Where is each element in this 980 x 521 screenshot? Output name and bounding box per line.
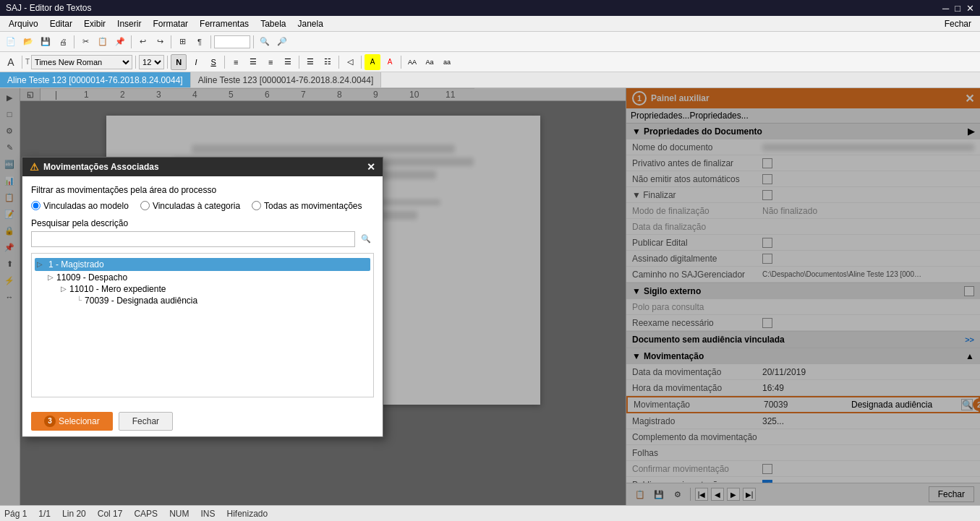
title-bar-controls: ─ □ ✕ <box>942 3 974 14</box>
status-line: Lin 20 <box>62 509 86 519</box>
status-caps: CAPS <box>134 509 158 519</box>
open-btn[interactable]: 📂 <box>20 34 36 50</box>
align-right-btn[interactable]: ≡ <box>263 54 278 70</box>
font-label: T <box>25 58 30 66</box>
minimize-button[interactable]: ─ <box>942 3 949 14</box>
underline-btn[interactable]: S <box>205 54 221 70</box>
app-title: SAJ - Editor de Textos <box>6 3 92 13</box>
radio-todas-input[interactable] <box>252 201 261 210</box>
tree-line-icon: └ <box>77 296 82 304</box>
maximize-button[interactable]: □ <box>955 3 960 14</box>
list-btn[interactable]: ☰ <box>302 54 318 70</box>
italic-btn[interactable]: I <box>188 54 204 70</box>
search-input[interactable] <box>31 231 355 247</box>
print-btn[interactable]: 🖨 <box>55 34 71 50</box>
menu-editar[interactable]: Editar <box>44 17 78 30</box>
sep3 <box>171 35 171 48</box>
menu-fechar[interactable]: Fechar <box>939 17 977 30</box>
node-11010-label: 11010 - Mero expediente <box>69 284 166 294</box>
modal-title-bar: ⚠ Movimentações Associadas ✕ <box>22 158 383 176</box>
status-page: Pág 1 <box>4 509 27 519</box>
align-justify-btn[interactable]: ☰ <box>280 54 296 70</box>
caps2-btn[interactable]: Aa <box>422 54 438 70</box>
zoom-input[interactable]: 100% <box>214 35 250 48</box>
toggle-11010[interactable]: ▷ <box>61 285 67 293</box>
num-list-btn[interactable]: ☷ <box>320 54 336 70</box>
tab-2-label: Aline Teste 123 [0000014-76.2018.8.24.00… <box>198 75 374 85</box>
tab-1[interactable]: Aline Teste 123 [0000014-76.2018.8.24.00… <box>0 72 191 87</box>
menu-ferramentas[interactable]: Ferramentas <box>194 17 255 30</box>
search2-btn[interactable]: 🔎 <box>274 34 290 50</box>
font-size-select[interactable]: 12 <box>139 55 164 69</box>
save-btn[interactable]: 💾 <box>38 34 54 50</box>
sep-f6 <box>338 56 339 69</box>
undo-btn[interactable]: ↩ <box>135 34 150 50</box>
select-badge: 3 <box>44 415 56 427</box>
sep-f8 <box>401 56 401 69</box>
caps3-btn[interactable]: aa <box>439 54 455 70</box>
modal-footer: 3 Selecionar Fechar <box>22 406 383 436</box>
close-window-button[interactable]: ✕ <box>966 3 974 14</box>
radio-categoria-input[interactable] <box>140 201 150 210</box>
radio-todas-label: Todas as movimentações <box>264 201 362 211</box>
status-col: Col 17 <box>98 509 123 519</box>
menu-inserir[interactable]: Inserir <box>111 17 147 30</box>
menu-exibir[interactable]: Exibir <box>78 17 111 30</box>
tree-node-1-content[interactable]: ▷ 1 - Magistrado <box>35 258 370 271</box>
status-bar: Pág 1 1/1 Lin 20 Col 17 CAPS NUM INS Hif… <box>0 505 980 521</box>
modal-close-button[interactable]: Fechar <box>119 412 173 431</box>
caps-btn[interactable]: AA <box>404 54 420 70</box>
table-btn[interactable]: ⊞ <box>174 34 190 50</box>
search-go-btn[interactable]: 🔍 <box>358 231 374 247</box>
tree-node-11010[interactable]: ▷ 11010 - Mero expediente └ 70039 - <box>61 283 370 309</box>
radio-group: Vinculadas ao modelo Vinculadas à catego… <box>31 201 374 211</box>
tree-node-11009[interactable]: ▷ 11009 - Despacho ▷ 11010 - Mero expedi… <box>48 271 370 310</box>
radio-todas[interactable]: Todas as movimentações <box>252 201 362 211</box>
radio-vinculadas-modelo[interactable]: Vinculadas ao modelo <box>31 201 129 211</box>
select-button[interactable]: 3 Selecionar <box>31 412 113 431</box>
sep1 <box>74 35 74 48</box>
search-btn[interactable]: 🔍 <box>257 34 273 50</box>
tree-node-11010-content[interactable]: ▷ 11010 - Mero expediente <box>61 284 370 294</box>
paste-btn[interactable]: 📌 <box>112 34 128 50</box>
color-btn[interactable]: A <box>382 54 398 70</box>
radio-modelo-input[interactable] <box>31 201 41 210</box>
sep-f4 <box>224 56 225 69</box>
copy-btn[interactable]: 📋 <box>95 34 111 50</box>
node-1-label: 1 - Magistrado <box>46 259 107 270</box>
sep2 <box>131 35 132 48</box>
modal-title-text: Movimentações Associadas <box>43 162 159 172</box>
font-family-select[interactable]: Times New Roman <box>31 55 132 69</box>
menu-arquivo[interactable]: Arquivo <box>3 17 44 30</box>
menu-formatar[interactable]: Formatar <box>147 17 194 30</box>
cut-btn[interactable]: ✂ <box>77 34 93 50</box>
modal-close-btn[interactable]: ✕ <box>367 161 375 173</box>
tree-node-11009-content[interactable]: ▷ 11009 - Despacho <box>48 272 370 283</box>
tree-area[interactable]: ▷ 1 - Magistrado ▷ 11009 - Despacho <box>31 253 374 397</box>
bold-btn[interactable]: N <box>171 54 187 70</box>
tab-2[interactable]: Aline Teste 123 [0000014-76.2018.8.24.00… <box>191 72 382 87</box>
tree-node-1[interactable]: ▷ 1 - Magistrado ▷ 11009 - Despacho <box>35 257 370 311</box>
new-doc-btn[interactable]: 📄 <box>3 34 19 50</box>
toggle-11009[interactable]: ▷ <box>48 273 54 281</box>
menu-tabela[interactable]: Tabela <box>255 17 291 30</box>
toggle-1[interactable]: ▷ <box>37 260 43 268</box>
modal-overlay: ⚠ Movimentações Associadas ✕ Filtrar as … <box>0 88 980 505</box>
warning-icon: ⚠ <box>30 161 39 173</box>
sep5 <box>253 35 254 48</box>
highlight-btn[interactable]: A <box>365 54 380 70</box>
radio-modelo-label: Vinculadas ao modelo <box>43 201 129 211</box>
outdent-btn[interactable]: ◁ <box>342 54 358 70</box>
format-bar: A T Times New Roman 12 N I S ≡ ☰ ≡ ☰ ☰ ☷… <box>0 52 980 72</box>
tree-node-70039[interactable]: └ 70039 - Designada audiência <box>74 294 370 307</box>
tree-node-70039-content[interactable]: └ 70039 - Designada audiência <box>74 296 370 306</box>
modal-movimentacoes: ⚠ Movimentações Associadas ✕ Filtrar as … <box>22 157 383 437</box>
align-left-btn[interactable]: ≡ <box>228 54 244 70</box>
align-center-btn[interactable]: ☰ <box>245 54 261 70</box>
menu-bar: Arquivo Editar Exibir Inserir Formatar F… <box>0 16 980 32</box>
redo-btn[interactable]: ↪ <box>152 34 168 50</box>
radio-vinculadas-categoria[interactable]: Vinculadas à categoria <box>140 201 240 211</box>
menu-janela[interactable]: Janela <box>292 17 329 30</box>
search-row: 🔍 <box>31 231 374 247</box>
pilcrow-btn[interactable]: ¶ <box>192 34 208 50</box>
